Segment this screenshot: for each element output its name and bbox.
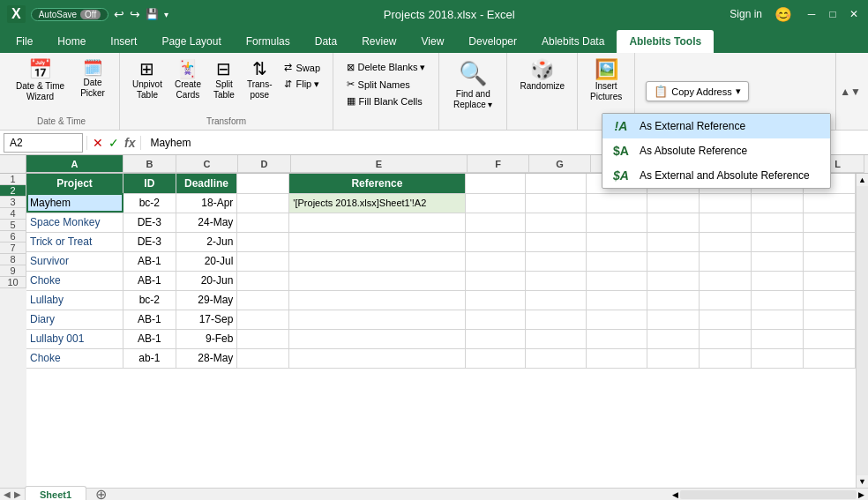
cell-C6[interactable]: 20-Jun — [176, 271, 237, 290]
minimize-button[interactable]: ─ — [804, 7, 819, 21]
cell-K4[interactable] — [751, 232, 803, 251]
insert-pictures-button[interactable]: 🖼️ InsertPictures — [585, 56, 627, 106]
redo-icon[interactable]: ↪ — [130, 7, 140, 21]
cell-D2[interactable] — [237, 193, 289, 213]
cell-G3[interactable] — [526, 213, 587, 232]
cell-G1[interactable] — [526, 174, 587, 193]
swap-button[interactable]: ⇄ Swap — [279, 60, 326, 75]
cell-H2[interactable] — [587, 193, 647, 213]
cell-H8[interactable] — [587, 310, 647, 329]
cell-B5[interactable]: AB-1 — [123, 251, 176, 271]
quick-access-dropdown[interactable]: ▾ — [164, 10, 168, 19]
cell-L9[interactable] — [803, 329, 855, 348]
cell-B3[interactable]: DE-3 — [123, 213, 176, 232]
cell-H7[interactable] — [587, 290, 647, 310]
scroll-track[interactable] — [857, 186, 868, 475]
cell-L2[interactable] — [803, 193, 855, 213]
cell-I5[interactable] — [647, 251, 699, 271]
cell-reference-box[interactable] — [4, 133, 83, 153]
cell-F7[interactable] — [465, 290, 526, 310]
cell-C10[interactable]: 28-May — [176, 348, 237, 368]
split-names-button[interactable]: ✂ Split Names — [341, 77, 431, 92]
cell-D8[interactable] — [237, 310, 289, 329]
vertical-scrollbar[interactable]: ▲ ▼ — [856, 174, 868, 488]
cell-D5[interactable] — [237, 251, 289, 271]
cell-L4[interactable] — [803, 232, 855, 251]
add-sheet-button[interactable]: ⊕ — [90, 486, 112, 500]
cell-H6[interactable] — [587, 271, 647, 290]
col-header-B[interactable]: B — [123, 155, 176, 173]
undo-icon[interactable]: ↩ — [114, 7, 124, 21]
cell-A8[interactable]: Diary — [26, 310, 123, 329]
col-header-A[interactable]: A — [26, 155, 123, 173]
tab-data[interactable]: Data — [303, 30, 349, 53]
cell-A7[interactable]: Lullaby — [26, 290, 123, 310]
cell-H9[interactable] — [587, 329, 647, 348]
save-icon[interactable]: 💾 — [146, 8, 159, 20]
confirm-icon[interactable]: ✓ — [108, 136, 119, 150]
sheet-tab-sheet1[interactable]: Sheet1 — [25, 486, 86, 500]
cell-A6[interactable]: Choke — [26, 271, 123, 290]
hscroll-track[interactable] — [680, 490, 857, 499]
cell-J3[interactable] — [699, 213, 751, 232]
cell-B4[interactable]: DE-3 — [123, 232, 176, 251]
scroll-down-button[interactable]: ▼ — [857, 475, 868, 488]
cell-H10[interactable] — [587, 348, 647, 368]
col-header-C[interactable]: C — [176, 155, 238, 173]
sheet-nav-left[interactable]: ◀ — [4, 489, 11, 499]
cell-H3[interactable] — [587, 213, 647, 232]
tab-file[interactable]: File — [4, 30, 45, 53]
cell-E8[interactable] — [289, 310, 465, 329]
cell-H5[interactable] — [587, 251, 647, 271]
cell-C4[interactable]: 2-Jun — [176, 232, 237, 251]
cell-L8[interactable] — [803, 310, 855, 329]
delete-blanks-button[interactable]: ⊠ Delete Blanks ▾ — [341, 60, 431, 75]
cell-A4[interactable]: Trick or Treat — [26, 232, 123, 251]
fill-blank-cells-button[interactable]: ▦ Fill Blank Cells — [341, 93, 431, 108]
cell-G7[interactable] — [526, 290, 587, 310]
copy-address-button[interactable]: 📋 Copy Address ▾ — [646, 81, 748, 101]
find-replace-button[interactable]: 🔍 Find andReplace ▾ — [446, 56, 499, 114]
tab-developer[interactable]: Developer — [456, 30, 529, 53]
cell-J5[interactable] — [699, 251, 751, 271]
col-header-D[interactable]: D — [238, 155, 291, 173]
cell-B2[interactable]: bc-2 — [123, 193, 176, 213]
cell-J2[interactable] — [699, 193, 751, 213]
cell-C2[interactable]: 18-Apr — [176, 193, 237, 213]
cell-B8[interactable]: AB-1 — [123, 310, 176, 329]
cell-K10[interactable] — [751, 348, 803, 368]
cell-D9[interactable] — [237, 329, 289, 348]
cell-B6[interactable]: AB-1 — [123, 271, 176, 290]
flip-button[interactable]: ⇵ Flip ▾ — [279, 77, 326, 92]
cell-L7[interactable] — [803, 290, 855, 310]
cell-G9[interactable] — [526, 329, 587, 348]
autosave-badge[interactable]: AutoSave Off — [31, 8, 109, 21]
cell-E10[interactable] — [289, 348, 465, 368]
cell-J10[interactable] — [699, 348, 751, 368]
maximize-button[interactable]: □ — [826, 7, 840, 21]
col-header-F[interactable]: F — [468, 155, 529, 173]
cell-E7[interactable] — [289, 290, 465, 310]
cell-A1[interactable]: Project — [26, 174, 123, 193]
ribbon-scroll-up[interactable]: ▲ — [840, 86, 850, 98]
cell-K3[interactable] — [751, 213, 803, 232]
cell-B7[interactable]: bc-2 — [123, 290, 176, 310]
cell-D7[interactable] — [237, 290, 289, 310]
cell-J9[interactable] — [699, 329, 751, 348]
cell-L5[interactable] — [803, 251, 855, 271]
ribbon-scroll-down[interactable]: ▼ — [850, 86, 861, 98]
cell-C8[interactable]: 17-Sep — [176, 310, 237, 329]
cell-A9[interactable]: Lullaby 001 — [26, 329, 123, 348]
tab-page-layout[interactable]: Page Layout — [149, 30, 233, 53]
cell-D4[interactable] — [237, 232, 289, 251]
tab-home[interactable]: Home — [45, 30, 98, 53]
as-absolute-reference-item[interactable]: $A As Absolute Reference — [602, 138, 830, 163]
split-table-button[interactable]: ⊟ SplitTable — [208, 56, 240, 104]
date-picker-button[interactable]: 🗓️ DatePicker — [73, 56, 112, 102]
cell-E4[interactable] — [289, 232, 465, 251]
cell-A3[interactable]: Space Monkey — [26, 213, 123, 232]
cell-I10[interactable] — [647, 348, 699, 368]
insert-function-icon[interactable]: fx — [124, 136, 135, 150]
cell-J8[interactable] — [699, 310, 751, 329]
cell-K8[interactable] — [751, 310, 803, 329]
